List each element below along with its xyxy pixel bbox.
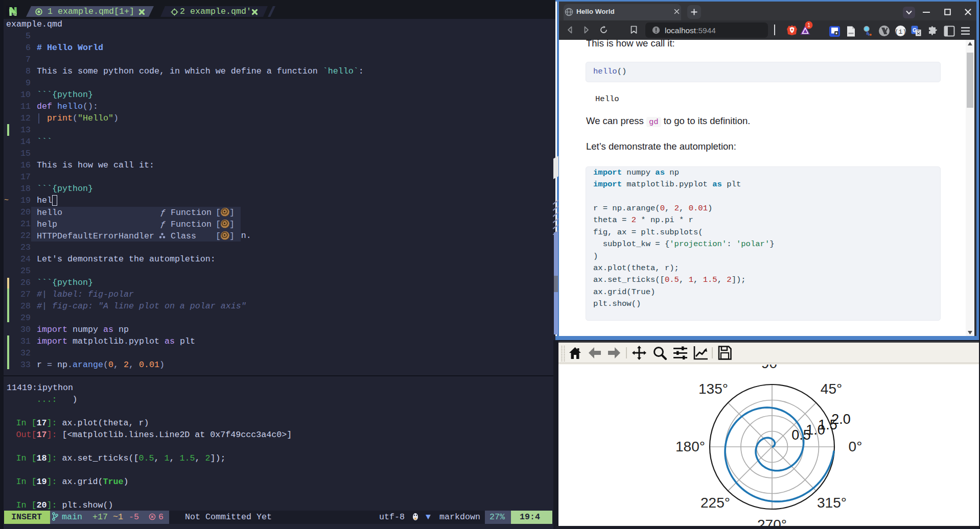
svg-text:vim: vim [12, 13, 16, 16]
svg-text:1: 1 [807, 22, 810, 28]
svg-text:(i): (i) [895, 28, 906, 36]
